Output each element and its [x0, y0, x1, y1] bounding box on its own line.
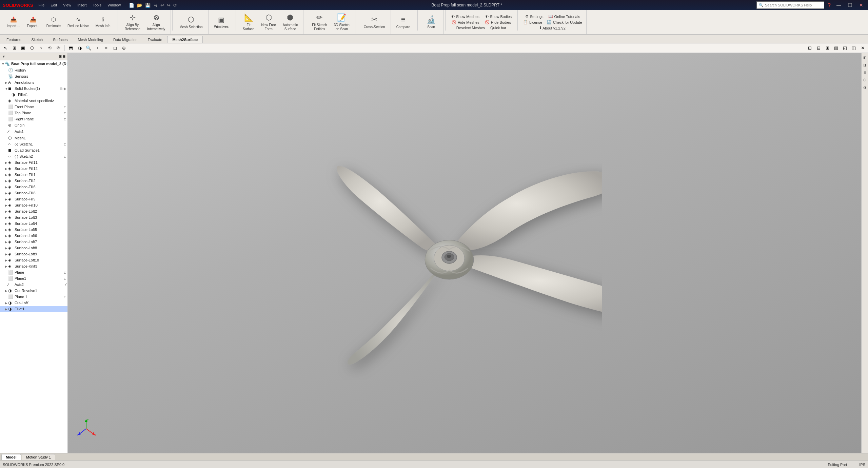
- right-btn-1[interactable]: ◧: [862, 54, 868, 60]
- tab-surfaces[interactable]: Surfaces: [48, 36, 73, 43]
- tab-mesh-modeling[interactable]: Mesh Modeling: [73, 36, 108, 43]
- view-option-4[interactable]: ▥: [832, 44, 840, 52]
- tree-surface-fill8[interactable]: ▶ ◈ Surface-Fill8: [0, 190, 67, 196]
- tree-surface-fill6[interactable]: ▶ ◈ Surface-Fill6: [0, 184, 67, 190]
- rotate-btn[interactable]: ⬒: [67, 44, 75, 52]
- viewport[interactable]: Y X Z: [68, 53, 861, 453]
- tree-surface-loft6[interactable]: ▶ ◈ Surface-Loft6: [0, 233, 67, 239]
- tree-history[interactable]: 🕐 History: [0, 67, 67, 73]
- tree-front-plane[interactable]: ⬜ Front Plane □: [0, 104, 67, 110]
- undo-btn2[interactable]: ⟲: [45, 44, 54, 52]
- menu-file[interactable]: File: [36, 2, 47, 8]
- align-interactively-button[interactable]: ⊗ AlignInteractively: [144, 12, 168, 33]
- show-meshes-button[interactable]: 👁 Show Meshes: [450, 14, 481, 19]
- mesh-selection-button[interactable]: ⬡ Mesh Selection: [177, 14, 205, 31]
- menu-window[interactable]: Window: [105, 2, 123, 8]
- tree-axis1[interactable]: ⁄ Axis1: [0, 128, 67, 135]
- deselect-meshes-button[interactable]: Deselect Meshes: [455, 25, 486, 30]
- right-btn-4[interactable]: ⬡: [862, 77, 868, 83]
- tree-plane[interactable]: ⬜ Plane □: [0, 269, 67, 275]
- tab-evaluate[interactable]: Evaluate: [143, 36, 167, 43]
- pointer-tool[interactable]: ↖: [1, 44, 9, 52]
- tree-origin[interactable]: ⊕ Origin: [0, 122, 67, 128]
- zoom-btn[interactable]: 🔍: [84, 44, 93, 52]
- check-update-button[interactable]: 🔄 Check for Update: [546, 20, 584, 25]
- tree-expand-icon[interactable]: ⊞: [62, 54, 65, 59]
- save-icon[interactable]: 💾: [145, 3, 151, 8]
- tree-surface-fill2[interactable]: ▶ ◈ Surface-Fill2: [0, 178, 67, 184]
- menu-insert[interactable]: Insert: [75, 2, 90, 8]
- tree-plane-1[interactable]: ⬜ Plane 1 □: [0, 294, 67, 300]
- tree-top-plane[interactable]: ⬜ Top Plane □: [0, 110, 67, 116]
- tree-cut-revolve1[interactable]: ▶ ◑ Cut-Revolve1: [0, 288, 67, 294]
- tree-surface-loft2[interactable]: ▶ ◈ Surface-Loft2: [0, 208, 67, 214]
- tree-annotations[interactable]: ▶ A Annotations: [0, 79, 67, 85]
- tree-material[interactable]: ◈ Material <not specified>: [0, 98, 67, 104]
- tree-mesh1[interactable]: ⬡ Mesh1: [0, 135, 67, 141]
- about-button[interactable]: ℹ About v1.2.92: [538, 25, 567, 31]
- sketch2-hide-btn[interactable]: □: [64, 155, 66, 158]
- list-btn[interactable]: ≡: [102, 44, 110, 52]
- print-icon[interactable]: 🖨: [153, 3, 158, 8]
- solid-bodies-icon2[interactable]: ◈: [63, 87, 66, 91]
- scan-button[interactable]: 🔬 Scan: [422, 14, 441, 31]
- tree-surface-loft4[interactable]: ▶ ◈ Surface-Loft4: [0, 220, 67, 227]
- tree-fillet1-bottom[interactable]: ▶ ◑ Fillet1: [0, 306, 67, 312]
- help-icon[interactable]: ❓: [827, 3, 832, 7]
- tab-data-migration[interactable]: Data Migration: [108, 36, 143, 43]
- compare-button[interactable]: ≡ Compare: [394, 14, 413, 31]
- open-file-icon[interactable]: 📂: [137, 3, 142, 8]
- automatic-surface-button[interactable]: ⬢ AutomaticSurface: [280, 12, 300, 33]
- tree-root[interactable]: ▼ 🔩 Boat Prop full scan model_2 (D 📄: [0, 60, 67, 67]
- tree-fillet1-top[interactable]: ◑ Fillet1: [0, 92, 67, 98]
- sketch1-hide-btn[interactable]: □: [64, 142, 66, 146]
- view-option-6[interactable]: ◫: [850, 44, 858, 52]
- show-bodies-button[interactable]: 👁 Show Bodies: [484, 14, 513, 19]
- tree-sensors[interactable]: 📡 Sensors: [0, 73, 67, 79]
- quick-bar-button[interactable]: Quick bar: [489, 25, 508, 30]
- plane1-hide-btn[interactable]: □: [64, 277, 66, 280]
- hide-meshes-button[interactable]: 🚫 Hide Meshes: [450, 20, 481, 25]
- rebuild-icon[interactable]: ⟳: [173, 3, 177, 8]
- right-plane-btn[interactable]: □: [64, 117, 66, 121]
- tree-surface-loft8[interactable]: ▶ ◈ Surface-Loft8: [0, 245, 67, 251]
- tree-surface-knit3[interactable]: ▶ ◈ Surface-Knit3: [0, 263, 67, 269]
- import-button[interactable]: 📥 Import ...: [4, 15, 23, 29]
- tree-solid-bodies[interactable]: ▼ ◼ Solid Bodies(1) ⊟ ◈: [0, 85, 67, 92]
- tree-right-plane[interactable]: ⬜ Right Plane □: [0, 116, 67, 122]
- license-button[interactable]: 📋 License: [522, 20, 544, 25]
- right-btn-3[interactable]: ⊞: [862, 69, 868, 75]
- tab-motion-study-1[interactable]: Motion Study 1: [22, 454, 55, 460]
- plus-btn[interactable]: +: [93, 44, 101, 52]
- menu-tools[interactable]: Tools: [90, 2, 104, 8]
- cross-section-button[interactable]: ✂ Cross-Section: [361, 14, 388, 31]
- tree-plane1[interactable]: ⬜ Plane1 □: [0, 275, 67, 281]
- tree-surface-loft10[interactable]: ▶ ◈ Surface-Loft10: [0, 257, 67, 263]
- undo-icon[interactable]: ↩: [160, 3, 164, 8]
- fit-sketch-button[interactable]: ✏ Fit SketchEntities: [309, 12, 330, 33]
- tree-sketch2[interactable]: ○ (-) Sketch2 □: [0, 153, 67, 159]
- tree-surface-loft5[interactable]: ▶ ◈ Surface-Loft5: [0, 227, 67, 233]
- crosshair-btn[interactable]: ⊕: [120, 44, 128, 52]
- hide-bodies-button[interactable]: 🚫 Hide Bodies: [484, 20, 512, 25]
- tree-filter-icon[interactable]: ▼: [2, 55, 5, 58]
- box-btn[interactable]: ▣: [19, 44, 27, 52]
- plane-1-hide-btn[interactable]: □: [64, 295, 66, 299]
- align-by-reference-button[interactable]: ⊹ Align ByReference: [122, 12, 143, 33]
- decimate-button[interactable]: ⬡ Decimate: [44, 15, 63, 29]
- mesh-btn[interactable]: ⬡: [28, 44, 36, 52]
- tree-surface-fill9[interactable]: ▶ ◈ Surface-Fill9: [0, 196, 67, 202]
- tree-surface-loft9[interactable]: ▶ ◈ Surface-Loft9: [0, 251, 67, 257]
- solid-bodies-icon1[interactable]: ⊟: [60, 87, 62, 91]
- menu-edit[interactable]: Edit: [48, 2, 60, 8]
- tree-surface-loft3[interactable]: ▶ ◈ Surface-Loft3: [0, 214, 67, 220]
- reduce-noise-button[interactable]: ∿ Reduce Noise: [65, 15, 92, 29]
- maximize-button[interactable]: ❐: [846, 2, 854, 8]
- tree-sketch1[interactable]: ○ (-) Sketch1 □: [0, 141, 67, 147]
- menu-view[interactable]: View: [60, 2, 74, 8]
- front-plane-btn[interactable]: □: [64, 105, 66, 109]
- tree-surface-fill12[interactable]: ▶ ◈ Surface-Fill12: [0, 165, 67, 172]
- view-option-2[interactable]: ⊟: [814, 44, 823, 52]
- online-tutorials-button[interactable]: 📖 Online Tutorials: [547, 14, 581, 19]
- tree-quad-surface1[interactable]: ◼ Quad Surface1: [0, 147, 67, 153]
